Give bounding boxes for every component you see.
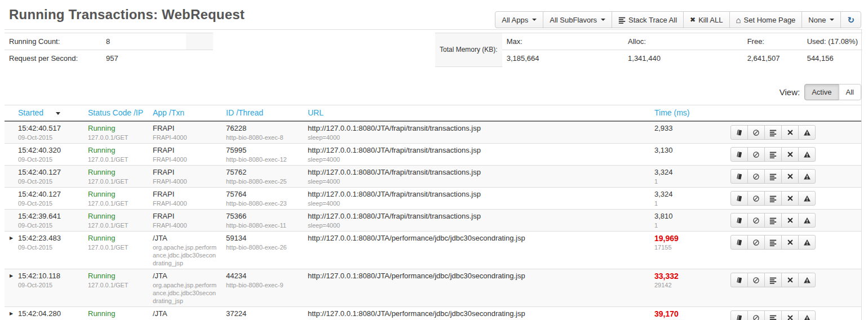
cell-status: Running 127.0.0.1/GET [83, 307, 148, 320]
app-name: /JTA [153, 234, 217, 243]
transaction-row: ▶ 15:42:40.127 09-Oct-2015 Running 127.0… [5, 166, 861, 188]
warning-button[interactable] [798, 235, 816, 250]
cell-status: Running 127.0.0.1/GET [83, 144, 148, 166]
status-ip: 127.0.0.1/GET [88, 221, 144, 229]
kill-all-button[interactable]: ✖ Kill ALL [683, 11, 729, 28]
time-value: 3,810 [654, 212, 721, 221]
book-button[interactable] [730, 235, 748, 250]
view-active-button[interactable]: Active [804, 84, 839, 100]
txn-id: 75366 [226, 212, 299, 221]
stack-trace-all-label: Stack Trace All [628, 16, 677, 24]
memory-used-value: 544,156 [803, 50, 862, 67]
stack-trace-button[interactable] [764, 235, 782, 250]
stack-trace-button[interactable] [764, 273, 782, 287]
cell-id: 75366 http-bio-8080-exec-11 [222, 210, 303, 232]
col-header-status[interactable]: Status Code /IP [83, 105, 148, 122]
kill-button[interactable] [781, 147, 799, 162]
time-value: 39,170 [654, 309, 721, 318]
cell-id: 75995 http-bio-8080-exec-12 [222, 144, 303, 166]
x-icon [787, 151, 794, 158]
x-icon [787, 129, 794, 136]
book-button[interactable] [730, 273, 748, 287]
book-button[interactable] [730, 125, 748, 140]
col-header-url[interactable]: URL [303, 105, 650, 122]
warning-button[interactable] [798, 310, 816, 320]
warning-button[interactable] [798, 169, 816, 184]
started-time: 15:42:40.127 [18, 190, 79, 199]
ban-button[interactable] [747, 273, 765, 287]
row-actions [730, 310, 816, 320]
refresh-button[interactable]: ↻ [840, 11, 861, 28]
warning-button[interactable] [798, 147, 816, 162]
book-button[interactable] [730, 213, 748, 228]
time-sub-value: 1 [654, 177, 721, 185]
book-button[interactable] [730, 310, 748, 320]
kill-button[interactable] [781, 125, 799, 140]
set-home-page-button[interactable]: ⌂ Set Home Page [729, 11, 803, 28]
warning-button[interactable] [798, 213, 816, 228]
ban-button[interactable] [747, 235, 765, 250]
txn-id: 75995 [226, 146, 299, 155]
stack-trace-button[interactable] [764, 147, 782, 162]
warning-icon [803, 195, 811, 202]
col-header-id[interactable]: ID /Thread [222, 105, 303, 122]
transactions-tbody: ▶ 15:42:40.517 09-Oct-2015 Running 127.0… [5, 121, 861, 320]
stack-trace-button[interactable] [764, 125, 782, 140]
ban-button[interactable] [747, 147, 765, 162]
warning-button[interactable] [798, 273, 816, 287]
started-time: 15:42:40.517 [18, 124, 79, 133]
col-header-started[interactable]: Started [5, 105, 83, 122]
status-running: Running [88, 168, 144, 177]
sort-desc-icon [56, 112, 60, 115]
book-button[interactable] [730, 191, 748, 206]
cell-url: http://127.0.0.1:8080/JTA/performance/jd… [303, 232, 650, 269]
ban-button[interactable] [747, 191, 765, 206]
warning-button[interactable] [798, 191, 816, 206]
ban-button[interactable] [747, 213, 765, 228]
txn-id: 37224 [226, 309, 299, 318]
none-dropdown-button[interactable]: None [801, 11, 841, 28]
cell-started: ▶ 15:42:40.517 09-Oct-2015 [5, 121, 83, 144]
app-name: FRAPI [153, 124, 217, 133]
transaction-row: ▶ 15:42:40.127 09-Oct-2015 Running 127.0… [5, 188, 861, 210]
kill-button[interactable] [781, 273, 799, 287]
started-date: 09-Oct-2015 [18, 134, 79, 141]
url-text: http://127.0.0.1:8080/JTA/performance/jd… [308, 272, 645, 281]
total-memory-table: Total Memory (KB): Max: Alloc: Free: Use… [435, 33, 862, 67]
kill-button[interactable] [781, 310, 799, 320]
all-subflavors-label: All SubFlavors [550, 16, 597, 24]
ban-button[interactable] [747, 125, 765, 140]
kill-button[interactable] [781, 235, 799, 250]
app-txn: org.apache.jsp.performance.jdbc.jdbc30se… [153, 243, 217, 267]
col-header-time[interactable]: Time (ms) [650, 105, 726, 122]
kill-button[interactable] [781, 213, 799, 228]
ban-button[interactable] [747, 169, 765, 184]
view-all-button[interactable]: All [839, 84, 861, 100]
stack-trace-button[interactable] [764, 191, 782, 206]
stack-trace-button[interactable] [764, 213, 782, 228]
all-apps-button[interactable]: All Apps [495, 11, 543, 28]
txn-id: 59134 [226, 234, 299, 243]
book-button[interactable] [730, 147, 748, 162]
kill-button[interactable] [781, 191, 799, 206]
stack-trace-all-button[interactable]: Stack Trace All [612, 11, 684, 28]
app-txn: FRAPI-4000 [153, 177, 217, 185]
stack-trace-button[interactable] [764, 310, 782, 320]
all-subflavors-button[interactable]: All SubFlavors [543, 11, 612, 28]
expand-row-icon[interactable]: ▶ [10, 273, 13, 278]
book-button[interactable] [730, 169, 748, 184]
ban-button[interactable] [747, 310, 765, 320]
expand-row-icon[interactable]: ▶ [10, 311, 13, 316]
status-running: Running [88, 272, 144, 281]
started-date: 09-Oct-2015 [18, 155, 79, 163]
url-params: sleep=4000 [308, 221, 645, 229]
col-header-app[interactable]: App /Txn [148, 105, 222, 122]
table-header-row: Started Status Code /IP App /Txn ID /Thr… [5, 105, 861, 122]
kill-button[interactable] [781, 169, 799, 184]
book-icon [736, 314, 743, 320]
x-icon: ✖ [690, 16, 696, 23]
expand-row-icon[interactable]: ▶ [10, 235, 13, 241]
stack-trace-icon [618, 16, 626, 24]
stack-trace-button[interactable] [764, 169, 782, 184]
warning-button[interactable] [798, 125, 816, 140]
